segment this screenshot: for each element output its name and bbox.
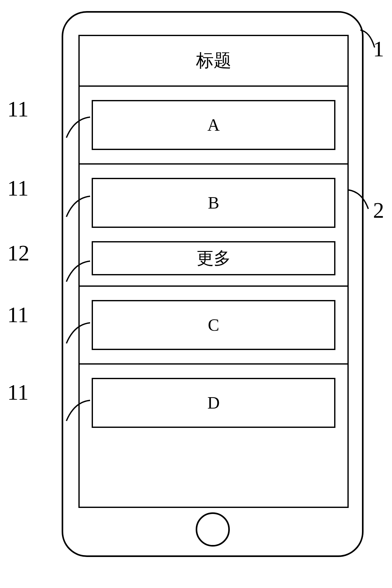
more-label: 更多 [197,247,231,270]
list-row-d-container: D [80,365,347,441]
callout-label-screen: 2 [373,198,384,223]
callout-leader-line [43,320,92,351]
option-b[interactable]: B [92,178,335,228]
more-button[interactable]: 更多 [92,241,335,275]
home-button[interactable] [196,512,230,547]
callout-label-item-a: 11 [7,97,28,122]
option-a[interactable]: A [92,100,335,150]
callout-leader-line [43,397,92,429]
callout-label-item-d: 11 [7,380,28,405]
title-text: 标题 [196,49,231,73]
option-d[interactable]: D [92,378,335,428]
phone-screen: 标题 A B 更多 C D [78,35,349,508]
option-c-label: C [208,315,219,335]
option-d-label: D [207,393,220,413]
option-b-label: B [208,193,219,213]
list-row-c-container: C [80,287,347,363]
callout-label-phone: 1 [373,36,384,62]
phone-device-frame: 标题 A B 更多 C D [62,11,364,557]
more-row-container: 更多 [80,241,347,285]
callout-label-item-c: 11 [7,302,28,328]
option-c[interactable]: C [92,300,335,350]
title-bar: 标题 [80,36,347,87]
callout-leader-line [43,258,92,290]
callout-leader-line [43,193,92,225]
list-row-a-container: A [80,87,347,163]
list-row-b-container: B [80,165,347,241]
callout-label-more: 12 [7,241,29,266]
callout-leader-line [43,114,92,146]
callout-label-item-b: 11 [7,176,28,201]
option-a-label: A [207,115,220,135]
